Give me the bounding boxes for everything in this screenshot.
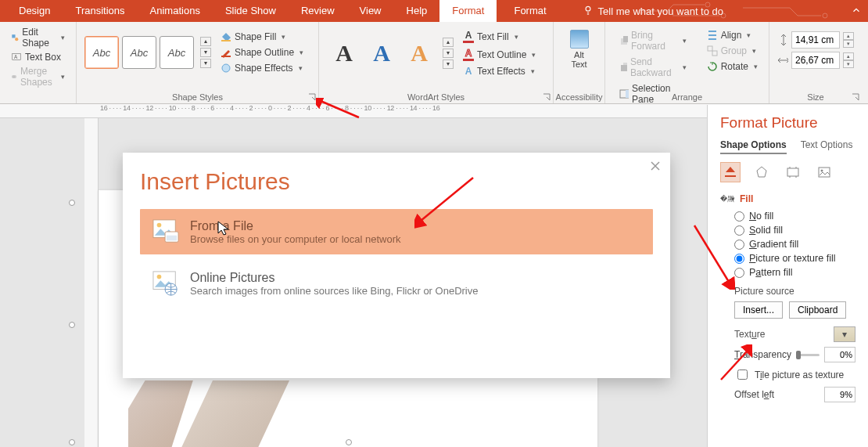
selection-handle[interactable]	[69, 322, 75, 328]
tab-format-picture[interactable]: Format	[439, 0, 497, 22]
tab-help[interactable]: Help	[394, 0, 440, 22]
svg-text:A: A	[14, 54, 18, 59]
shape-options-tab[interactable]: Shape Options	[720, 139, 787, 154]
tab-design[interactable]: Design	[6, 0, 63, 22]
accessibility-group-label: Accessibility	[554, 92, 604, 102]
group-icon	[707, 45, 718, 56]
alt-text-button[interactable]: Alt Text	[570, 30, 589, 69]
wordart-gallery-spinner[interactable]: ▴ ▾ ▾	[443, 38, 454, 69]
text-fill-label: Text Fill	[477, 31, 509, 42]
from-file-subtitle: Browse files on your computer or local n…	[190, 233, 401, 245]
insert-from-file-option[interactable]: From a File Browse files on your compute…	[140, 209, 653, 254]
insert-online-pictures-option[interactable]: Online Pictures Search images from onlin…	[140, 261, 653, 306]
text-fill-button[interactable]: A Text Fill	[460, 28, 539, 45]
size-group-label: Size	[769, 92, 862, 102]
picture-texture-fill-radio[interactable]: Picture or texture fill	[734, 253, 855, 264]
fill-section-header[interactable]: �黑 ▾ Fill	[720, 193, 855, 204]
svg-rect-29	[725, 175, 736, 177]
wordart-preset-3[interactable]: A	[402, 36, 436, 70]
transparency-slider[interactable]	[796, 354, 820, 356]
tab-format-shape[interactable]: Format	[501, 0, 558, 22]
transparency-value[interactable]	[824, 347, 855, 362]
tab-transitions[interactable]: Transitions	[63, 0, 137, 22]
align-button[interactable]: Align	[704, 28, 761, 42]
tell-me-box[interactable]: Tell me what you want to do	[583, 5, 723, 18]
effects-category-icon[interactable]	[751, 162, 772, 182]
svg-point-10	[13, 75, 16, 78]
svg-rect-20	[708, 46, 712, 51]
shape-effects-button[interactable]: Shape Effects	[217, 61, 307, 75]
svg-rect-32	[819, 168, 830, 177]
shape-style-gallery-spinner[interactable]: ▴ ▾ ▾	[200, 37, 211, 68]
online-picture-icon	[152, 270, 179, 297]
wordart-preset-1[interactable]: A	[327, 36, 361, 70]
text-box-button[interactable]: A Text Box	[8, 50, 68, 64]
tile-checkbox[interactable]: Tile picture as texture	[734, 367, 855, 382]
text-effects-icon: A	[463, 66, 474, 77]
text-fill-icon: A	[463, 30, 474, 43]
picture-source-label: Picture source	[734, 286, 855, 297]
group-label: Group	[721, 45, 747, 56]
wordart-group-label: WordArt Styles	[319, 92, 553, 102]
selection-handle[interactable]	[69, 439, 75, 445]
texture-label: Texture	[734, 329, 765, 340]
edit-shape-label: Edit Shape	[22, 27, 56, 49]
text-outline-label: Text Outline	[477, 49, 526, 60]
shape-outline-button[interactable]: Shape Outline	[217, 45, 307, 59]
dialog-title: Insert Pictures	[140, 168, 653, 195]
pattern-fill-radio[interactable]: Pattern fill	[734, 267, 855, 278]
text-box-icon: A	[11, 52, 22, 63]
group-wordart-styles: A A A ▴ ▾ ▾ A Text Fill A Text Outline A	[319, 22, 554, 103]
selection-handle[interactable]	[69, 200, 75, 206]
texture-picker-button[interactable]: ▾	[834, 326, 855, 342]
svg-rect-12	[221, 56, 231, 57]
width-icon	[777, 54, 788, 67]
svg-rect-5	[12, 34, 15, 38]
size-properties-category-icon[interactable]	[783, 162, 803, 182]
height-input[interactable]	[791, 31, 840, 49]
gradient-fill-radio[interactable]: Gradient fill	[734, 239, 855, 250]
tab-animations[interactable]: Animations	[138, 0, 213, 22]
insert-picture-button[interactable]: Insert...	[734, 301, 783, 319]
shape-style-preset-2[interactable]: Abc	[122, 36, 156, 69]
tab-review[interactable]: Review	[289, 0, 347, 22]
svg-point-27	[157, 275, 162, 279]
picture-category-icon[interactable]	[814, 162, 834, 182]
wordart-preset-2[interactable]: A	[364, 36, 399, 70]
text-box-label: Text Box	[25, 52, 61, 63]
wordart-launcher[interactable]	[543, 93, 551, 101]
group-button: Group	[704, 44, 761, 58]
width-spinner[interactable]: ▴▾	[843, 52, 854, 68]
tab-view[interactable]: View	[347, 0, 394, 22]
lightbulb-icon	[583, 5, 594, 18]
edit-shape-button[interactable]: Edit Shape	[8, 25, 68, 50]
tab-slideshow[interactable]: Slide Show	[213, 0, 289, 22]
merge-shapes-label: Merge Shapes	[20, 66, 56, 88]
clipboard-button[interactable]: Clipboard	[789, 301, 846, 319]
text-effects-button[interactable]: A Text Effects	[460, 64, 539, 78]
fill-section-label: Fill	[740, 193, 753, 204]
group-accessibility: Alt Text Accessibility	[554, 22, 605, 103]
text-options-tab[interactable]: Text Options	[801, 139, 853, 154]
ribbon-collapse-icon[interactable]	[851, 5, 862, 18]
close-icon	[650, 160, 661, 171]
merge-shapes-button: Merge Shapes	[8, 64, 68, 89]
solid-fill-radio[interactable]: Solid fill	[734, 225, 855, 236]
offset-left-value[interactable]	[824, 387, 855, 402]
width-input[interactable]	[791, 52, 840, 69]
fill-line-category-icon[interactable]	[720, 162, 741, 182]
no-fill-radio[interactable]: NNo fillo fill	[734, 211, 855, 222]
shape-style-preset-1[interactable]: Abc	[84, 36, 119, 69]
shape-style-preset-3[interactable]: Abc	[160, 36, 194, 69]
bring-forward-icon	[619, 35, 628, 46]
selection-handle[interactable]	[346, 439, 352, 445]
size-launcher[interactable]	[852, 93, 859, 101]
dialog-close-button[interactable]	[650, 160, 661, 174]
shape-styles-launcher[interactable]	[308, 93, 316, 101]
rotate-button[interactable]: Rotate	[704, 59, 761, 74]
shape-fill-button[interactable]: Shape Fill	[217, 30, 307, 44]
text-outline-button[interactable]: A Text Outline	[460, 46, 539, 63]
svg-point-0	[586, 6, 590, 11]
svg-point-33	[821, 170, 823, 172]
height-spinner[interactable]: ▴▾	[843, 32, 854, 48]
